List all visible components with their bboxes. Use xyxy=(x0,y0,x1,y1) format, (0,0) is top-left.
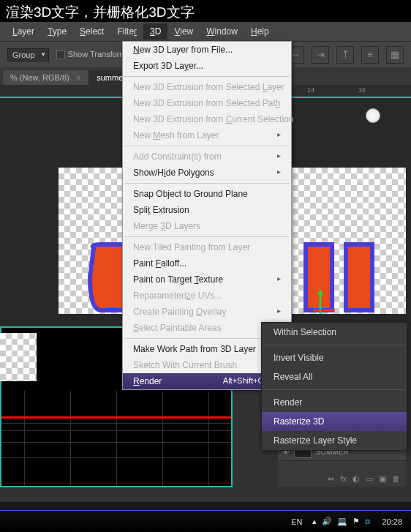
transparency-side xyxy=(0,333,37,381)
ctx-rasterize-layer-style[interactable]: Rasterize Layer Style xyxy=(262,431,407,450)
ctx-invert-visible[interactable]: Invert Visible xyxy=(262,348,407,367)
menu-snap-ground[interactable]: Snap Object to Ground Plane xyxy=(123,186,291,202)
horizon-line xyxy=(1,416,231,419)
align-top-icon[interactable]: ⤒ xyxy=(336,46,354,64)
menu-show-hide-polygons[interactable]: Show/Hide Polygons xyxy=(123,165,291,181)
group-combo[interactable]: Group xyxy=(7,48,49,61)
align-right-icon[interactable]: ⇥ xyxy=(312,46,329,64)
menu-new-mesh: New Mesh from Layer xyxy=(123,127,291,143)
ctx-render[interactable]: Render xyxy=(262,393,407,412)
menu-reparam-uv: Reparameterize UVs... xyxy=(123,288,291,304)
close-icon[interactable]: × xyxy=(76,73,80,82)
menu-add-constraints: Add Constraint(s) from xyxy=(123,149,291,165)
menu-help[interactable]: Help xyxy=(244,23,276,40)
trash-icon[interactable]: 🗑 xyxy=(392,474,400,484)
scene-gizmo-icon[interactable] xyxy=(366,108,380,123)
menu-filter[interactable]: Filter xyxy=(110,23,143,40)
layer-context-menu: Within Selection Invert Visible Reveal A… xyxy=(261,322,407,451)
menu-create-overlay: Create Painting Overlay xyxy=(123,304,291,320)
menu-export-3d-layer[interactable]: Export 3D Layer... xyxy=(123,58,291,74)
menu-3d[interactable]: 3D xyxy=(143,23,167,40)
ctx-rasterize-3d[interactable]: Rasterize 3D xyxy=(262,412,407,431)
ruler-tick: 16 xyxy=(358,86,366,94)
tutorial-title: 渲染3D文字，并栅格化3D文字 xyxy=(0,0,411,22)
network-icon[interactable]: 💻 xyxy=(337,517,347,526)
menu-tiled-painting: New Tiled Painting from Layer xyxy=(123,239,291,255)
distribute-icon[interactable]: ≡ xyxy=(361,46,379,64)
folder-icon[interactable]: ▭ xyxy=(366,474,373,484)
menu-view[interactable]: View xyxy=(167,23,200,40)
menu-extrusion-layer: New 3D Extrusion from Selected Layer xyxy=(123,79,291,95)
tray-up-icon[interactable]: ▴ xyxy=(312,517,317,526)
menu-layer[interactable]: Layer xyxy=(6,23,41,40)
ctx-within-selection[interactable]: Within Selection xyxy=(262,323,407,342)
3d-mode-icon[interactable]: ▦ xyxy=(386,46,404,64)
menu-paint-falloff[interactable]: Paint Falloff... xyxy=(123,255,291,271)
menu-new-3d-layer-from-file[interactable]: New 3D Layer from File... xyxy=(123,42,291,58)
dropbox-icon[interactable]: ⧈ xyxy=(365,517,370,526)
link-icon[interactable]: ⇔ xyxy=(328,474,334,484)
svg-rect-2 xyxy=(346,244,372,310)
menu-select[interactable]: Select xyxy=(73,23,110,40)
menu-type[interactable]: Type xyxy=(41,23,73,40)
svg-rect-1 xyxy=(306,244,332,310)
volume-icon[interactable]: 🔊 xyxy=(322,517,332,526)
flag-icon[interactable]: ⚑ xyxy=(352,517,360,526)
mask-icon[interactable]: ◐ xyxy=(352,474,360,484)
tab-new[interactable]: % (New, RGB/8) × xyxy=(3,70,88,85)
new-layer-icon[interactable]: ▣ xyxy=(379,474,386,484)
menu-bar: Layer Type Select Filter 3D View Window … xyxy=(0,22,411,41)
menu-extrusion-selection: New 3D Extrusion from Current Selection xyxy=(123,111,291,127)
ruler-tick: 14 xyxy=(307,86,314,94)
menu-extrusion-path: New 3D Extrusion from Selected Path xyxy=(123,95,291,111)
menu-split-extrusion[interactable]: Split Extrusion xyxy=(123,202,291,218)
system-tray: ▴ 🔊 💻 ⚑ ⧈ xyxy=(312,517,370,526)
windows-taskbar: EN ▴ 🔊 💻 ⚑ ⧈ 20:28 xyxy=(0,510,411,532)
menu-merge-3d: Merge 3D Layers xyxy=(123,218,291,234)
fx-icon[interactable]: fx xyxy=(340,474,347,484)
menu-window[interactable]: Window xyxy=(200,23,244,40)
clock[interactable]: 20:28 xyxy=(377,517,407,526)
ctx-reveal-all[interactable]: Reveal All xyxy=(262,367,407,386)
lang-indicator[interactable]: EN xyxy=(288,516,305,528)
menu-paint-target-texture[interactable]: Paint on Target Texture xyxy=(123,271,291,288)
